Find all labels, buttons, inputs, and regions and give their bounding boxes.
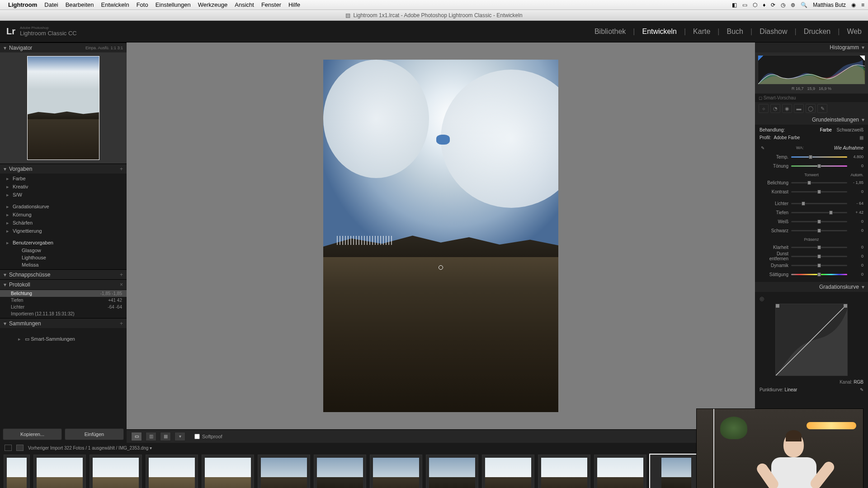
sammlungen-header[interactable]: Sammlungen + xyxy=(0,318,127,328)
protokoll-header[interactable]: Protokoll × xyxy=(0,279,127,289)
preset-group-koernung[interactable]: Körnung xyxy=(0,211,127,219)
navigator-preview[interactable] xyxy=(0,52,127,164)
history-item[interactable]: Belichtung-1,85 -1,85 xyxy=(0,290,127,297)
loupe-view-button[interactable]: ▭ xyxy=(131,432,142,441)
photo-canvas[interactable] xyxy=(127,42,755,429)
second-monitor-icon[interactable] xyxy=(5,445,12,451)
exposure-slider[interactable] xyxy=(791,182,847,183)
preset-group-user[interactable]: Benutzervorgaben xyxy=(0,239,127,247)
backblaze-icon[interactable]: ♦ xyxy=(763,2,765,8)
tone-curve-editor[interactable] xyxy=(775,304,848,376)
preset-melissa[interactable]: Melissa xyxy=(0,261,127,268)
crop-tool-icon[interactable]: ⟐ xyxy=(759,104,769,113)
add-preset-icon[interactable]: + xyxy=(120,166,123,172)
highlights-slider[interactable] xyxy=(791,203,847,204)
clarity-slider[interactable] xyxy=(791,247,847,248)
module-drucken[interactable]: Drucken xyxy=(804,28,831,36)
highlights-value[interactable]: - 64 xyxy=(847,201,863,206)
thumb-8[interactable] xyxy=(370,455,422,488)
preset-group-sw[interactable]: S/W xyxy=(0,191,127,199)
thumb-3[interactable] xyxy=(90,455,142,488)
profile-picker[interactable]: Adobe Farbe xyxy=(774,135,857,140)
thumb-12[interactable] xyxy=(594,455,646,488)
softproof-toggle[interactable]: Softproof xyxy=(194,434,222,439)
screenshare-icon[interactable]: ▭ xyxy=(742,2,747,8)
vibrance-value[interactable]: 0 xyxy=(847,263,863,267)
curve-edit-icon[interactable]: ✎ xyxy=(860,387,863,392)
thumb-4[interactable] xyxy=(146,455,198,488)
menu-werkzeuge[interactable]: Werkzeuge xyxy=(198,1,228,8)
wifi-icon[interactable]: ⊚ xyxy=(791,2,795,8)
saturation-value[interactable]: 0 xyxy=(847,272,863,277)
thumb-11[interactable] xyxy=(538,455,590,488)
spotlight-icon[interactable]: 🔍 xyxy=(801,2,807,8)
module-web[interactable]: Web xyxy=(847,28,862,36)
thumb-2[interactable] xyxy=(33,455,86,488)
add-collection-icon[interactable]: + xyxy=(120,320,123,327)
contrast-slider[interactable] xyxy=(791,191,847,192)
preset-group-gradkurve[interactable]: Gradationskurve xyxy=(0,202,127,211)
spot-tool-icon[interactable]: ◔ xyxy=(770,104,780,113)
whites-value[interactable]: 0 xyxy=(847,219,863,224)
thumb-7[interactable] xyxy=(314,455,366,488)
preset-lighthouse[interactable]: Lighthouse xyxy=(0,254,127,261)
radial-tool-icon[interactable]: ◯ xyxy=(806,104,816,113)
thumb-10[interactable] xyxy=(482,455,534,488)
module-buch[interactable]: Buch xyxy=(727,28,743,36)
saturation-slider[interactable] xyxy=(791,274,847,275)
basic-header[interactable]: Grundeinstellungen xyxy=(755,115,868,125)
menu-datei[interactable]: Datei xyxy=(44,1,58,8)
shadows-value[interactable]: + 42 xyxy=(847,210,863,215)
histogram-header[interactable]: Histogramm xyxy=(755,42,868,52)
preset-group-farbe[interactable]: Farbe xyxy=(0,174,127,183)
navigator-header[interactable]: Navigator Einpa. Ausfü. 1:1 3:1 xyxy=(0,42,127,52)
copy-settings-button[interactable]: Kopieren... xyxy=(3,428,62,440)
preset-group-kreativ[interactable]: Kreativ xyxy=(0,183,127,191)
module-karte[interactable]: Karte xyxy=(693,28,710,36)
pointcurve-picker[interactable]: Linear xyxy=(785,387,797,392)
temp-value[interactable]: 4.800 xyxy=(847,155,863,159)
blacks-slider[interactable] xyxy=(791,230,847,231)
curve-header[interactable]: Gradationskurve xyxy=(755,282,868,292)
snapshots-header[interactable]: Schnappschüsse + xyxy=(0,269,127,279)
notification-icon[interactable]: ≡ xyxy=(861,2,864,8)
siri-icon[interactable]: ◉ xyxy=(851,2,856,8)
menu-bearbeiten[interactable]: Bearbeiten xyxy=(66,1,94,8)
menu-einstellungen[interactable]: Einstellungen xyxy=(156,1,191,8)
shadows-slider[interactable] xyxy=(791,212,847,213)
paste-settings-button[interactable]: Einfügen xyxy=(65,428,124,440)
timemachine-icon[interactable]: ◷ xyxy=(781,2,785,8)
redeye-tool-icon[interactable]: ◉ xyxy=(782,104,792,113)
softproof-checkbox[interactable] xyxy=(194,434,200,439)
auto-tone-button[interactable]: Autom. xyxy=(850,173,863,177)
module-entwickeln[interactable]: Entwickeln xyxy=(642,28,676,36)
history-item[interactable]: Lichter-64 -64 xyxy=(0,304,127,310)
eyedropper-icon[interactable]: ✎ xyxy=(760,145,766,150)
preset-group-schaerfen[interactable]: Schärfen xyxy=(0,219,127,227)
wb-dropdown[interactable]: Wie Aufnahme xyxy=(834,145,863,150)
histogram-display[interactable] xyxy=(758,55,865,84)
dehaze-slider[interactable] xyxy=(791,256,847,257)
toolbar-menu-button[interactable]: ▾ xyxy=(175,432,185,441)
vibrance-slider[interactable] xyxy=(791,265,847,266)
menu-hilfe[interactable]: Hilfe xyxy=(288,1,300,8)
cc-icon[interactable]: ◧ xyxy=(732,2,737,8)
module-bibliothek[interactable]: Bibliothek xyxy=(594,28,626,36)
before-after-yy-button[interactable]: ▥ xyxy=(146,432,156,441)
dehaze-value[interactable]: 0 xyxy=(847,254,863,258)
treatment-bw[interactable]: Schwarzweiß xyxy=(837,127,863,132)
contrast-value[interactable]: 0 xyxy=(847,189,863,194)
history-item[interactable]: Importieren (12.11.18 15:31:32) xyxy=(0,310,127,317)
shadow-clip-icon[interactable] xyxy=(758,56,764,61)
channel-picker[interactable]: RGB xyxy=(854,380,863,385)
thumb-selected[interactable] xyxy=(650,455,703,488)
temp-slider[interactable] xyxy=(791,156,847,158)
smart-collections[interactable]: ▭ Smart-Sammlungen xyxy=(0,334,127,344)
menu-ansicht[interactable]: Ansicht xyxy=(235,1,254,8)
menu-entwickeln[interactable]: Entwickeln xyxy=(101,1,129,8)
preset-group-vignett[interactable]: Vignettierung xyxy=(0,227,127,235)
module-diashow[interactable]: Diashow xyxy=(760,28,787,36)
tint-slider[interactable] xyxy=(791,165,847,167)
target-adjustment-icon[interactable]: ◎ xyxy=(760,296,764,302)
whites-slider[interactable] xyxy=(791,221,847,222)
